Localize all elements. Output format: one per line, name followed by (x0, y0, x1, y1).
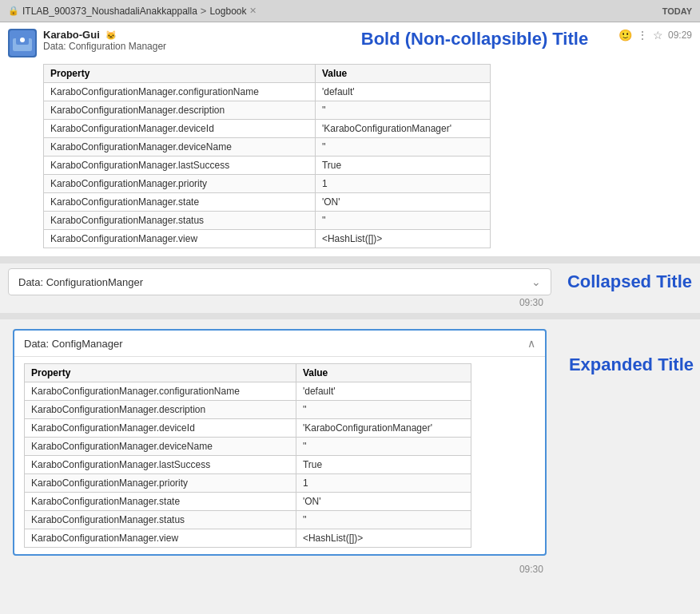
separator-2 (0, 313, 700, 319)
table-row: KaraboConfigurationManager.priority1 (25, 474, 471, 493)
table-row: KaraboConfigurationManager.state'ON' (25, 493, 471, 511)
collapsed-panel-title: Data: ConfigurationManger (18, 276, 143, 288)
chevron-down-icon: ⌄ (531, 275, 541, 288)
expanded-title-label: Expanded Title (569, 355, 694, 374)
project-name: ITLAB_900373_NoushadaliAnakkappalla (22, 6, 197, 17)
table-row: KaraboConfigurationManager.status'' (25, 511, 471, 529)
table-row: KaraboConfigurationManager.configuration… (44, 83, 491, 101)
lock-icon: 🔒 (8, 6, 19, 16)
table-row: KaraboConfigurationManager.deviceId'Kara… (25, 419, 471, 438)
message-title: Bold (Non-collapsible) Title (331, 29, 618, 50)
avatar (8, 29, 37, 57)
table-row: KaraboConfigurationManager.description'' (44, 101, 491, 120)
sender-subtitle: Data: Configuration Manager (43, 41, 331, 52)
collapsed-panel-area: Data: ConfigurationManger ⌄ 09:30 (8, 268, 551, 308)
expanded-panel-title: Data: ConfigManager (24, 338, 123, 350)
table-row: KaraboConfigurationManager.deviceName'' (25, 438, 471, 456)
col-property: Property (44, 65, 316, 83)
svg-point-2 (20, 38, 25, 42)
main-content: Karabo-Gui 🐱 Data: Configuration Manager… (0, 22, 700, 614)
star-icon[interactable]: ☆ (653, 29, 663, 42)
expanded-label-area: Expanded Title (553, 323, 694, 375)
table-row: KaraboConfigurationManager.deviceId'Kara… (44, 120, 491, 138)
table-row: KaraboConfigurationManager.lastSuccessTr… (25, 456, 471, 474)
table-row: KaraboConfigurationManager.status'' (44, 212, 491, 230)
expanded-panel-header: Data: ConfigManager ∧ (14, 331, 545, 357)
message-block-1: Karabo-Gui 🐱 Data: Configuration Manager… (0, 22, 700, 257)
breadcrumb-arrow: > (201, 5, 207, 17)
table-row: KaraboConfigurationManager.state'ON' (44, 193, 491, 212)
message-time: 09:29 (668, 30, 692, 41)
sender-name-row: Karabo-Gui 🐱 (43, 29, 331, 41)
collapsed-panel-row: Data: ConfigurationManger ⌄ 09:30 Collap… (0, 263, 700, 313)
table-row: KaraboConfigurationManager.deviceName'' (44, 138, 491, 156)
collapsed-panel[interactable]: Data: ConfigurationManger ⌄ (8, 268, 551, 295)
table-row: KaraboConfigurationManager.lastSuccessTr… (44, 156, 491, 175)
message-header-1: Karabo-Gui 🐱 Data: Configuration Manager… (0, 22, 700, 64)
separator-1 (0, 257, 700, 263)
collapsed-title-label: Collapsed Title (567, 271, 692, 291)
section-label: Logbook (209, 6, 246, 17)
collapsed-panel-time: 09:30 (8, 295, 551, 308)
table-row: KaraboConfigurationManager.configuration… (25, 382, 471, 401)
collapsed-label-area: Collapsed Title (551, 268, 692, 292)
avatar-image (10, 30, 35, 56)
chevron-up-icon[interactable]: ∧ (527, 337, 535, 350)
expanded-block: Data: ConfigManager ∧ Property Value (13, 329, 547, 556)
col-value-2: Value (296, 364, 471, 382)
data-table-2: Property Value KaraboConfigurationManage… (24, 363, 471, 548)
table-row: KaraboConfigurationManager.view<HashList… (44, 230, 491, 248)
table-row: KaraboConfigurationManager.description'' (25, 401, 471, 419)
sender-cat-icon: 🐱 (105, 30, 117, 40)
expanded-panel-time: 09:30 (6, 562, 553, 575)
col-property-2: Property (25, 364, 296, 382)
expanded-panel-row: Data: ConfigManager ∧ Property Value (0, 319, 700, 578)
sender-info: Karabo-Gui 🐱 Data: Configuration Manager (43, 29, 331, 52)
today-label: TODAY (662, 6, 692, 16)
table-row: KaraboConfigurationManager.priority1 (44, 175, 491, 193)
more-icon[interactable]: ⋮ (637, 29, 648, 42)
data-table-wrapper-1: Property Value KaraboConfigurationManage… (43, 64, 692, 248)
data-table-1: Property Value KaraboConfigurationManage… (43, 64, 491, 248)
col-value: Value (315, 65, 490, 83)
title-bar: 🔒 ITLAB_900373_NoushadaliAnakkappalla > … (0, 0, 700, 22)
table-row: KaraboConfigurationManager.view<HashList… (25, 529, 471, 548)
expanded-panel-area: Data: ConfigManager ∧ Property Value (6, 323, 553, 575)
close-icon[interactable]: ✕ (249, 6, 257, 16)
message-actions: 🙂 ⋮ ☆ 09:29 (618, 29, 692, 42)
emoji-icon[interactable]: 🙂 (618, 29, 632, 42)
sender-name: Karabo-Gui (43, 29, 100, 41)
expanded-table-wrapper: Property Value KaraboConfigurationManage… (14, 357, 545, 554)
